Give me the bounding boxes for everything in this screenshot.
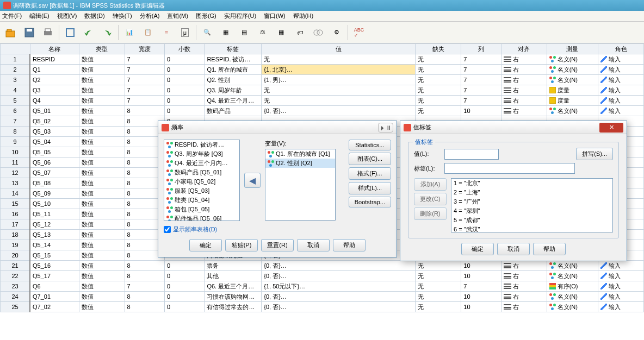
menu-item[interactable]: 分析(A) — [140, 12, 160, 20]
cell-align[interactable]: 右 — [501, 106, 547, 116]
menu-item[interactable]: 编辑(E) — [29, 12, 49, 20]
dialog-titlebar[interactable]: 频率 ⏵⏸ — [158, 121, 397, 134]
save-icon[interactable] — [22, 24, 37, 41]
row-number[interactable]: 1 — [1, 54, 30, 65]
menu-item[interactable]: 直销(M) — [167, 12, 188, 20]
cell-name[interactable]: Q5_12 — [30, 219, 79, 230]
cell-decimals[interactable]: 0 — [165, 281, 205, 292]
cell-values[interactable]: 无 — [262, 54, 416, 65]
cell-values[interactable]: {1, 男}… — [262, 75, 416, 85]
column-header[interactable]: 宽度 — [125, 44, 164, 54]
row-number[interactable]: 2 — [1, 65, 30, 75]
cell-label[interactable]: Q4. 最近三个月… — [205, 96, 262, 106]
cell-width[interactable]: 8 — [125, 271, 164, 281]
cell-width[interactable]: 7 — [125, 85, 164, 96]
side-button[interactable]: 样式(L)... — [349, 182, 391, 194]
cell-role[interactable]: 输入 — [598, 75, 644, 85]
list-item[interactable]: 配件饰品 [Q5_06] — [164, 214, 239, 221]
spelling-icon[interactable]: ABC✓ — [351, 24, 367, 41]
column-header[interactable]: 标签 — [205, 44, 262, 54]
cell-name[interactable]: Q1 — [30, 65, 79, 75]
cell-name[interactable]: Q5_07 — [30, 168, 79, 178]
cell-role[interactable]: 输入 — [598, 106, 644, 116]
cell-type[interactable]: 数值 — [79, 219, 125, 230]
cell-missing[interactable]: 无 — [416, 75, 461, 85]
find-icon[interactable]: 🔍 — [200, 24, 215, 41]
row-number[interactable]: 17 — [1, 219, 30, 230]
cell-width[interactable]: 8 — [125, 292, 164, 302]
cell-name[interactable]: Q5_01 — [30, 106, 79, 116]
cell-measure[interactable]: 名义(N) — [547, 75, 598, 85]
cell-type[interactable]: 数值 — [79, 292, 125, 302]
dialog-button[interactable]: 取消 — [297, 239, 330, 251]
cell-name[interactable]: Q5_09 — [30, 188, 79, 199]
list-item[interactable]: 小家电 [Q5_02] — [164, 177, 239, 186]
cell-values[interactable]: 无 — [262, 96, 416, 106]
cell-columns[interactable]: 10 — [461, 292, 501, 302]
cell-values[interactable]: {1, 50元以下}… — [262, 281, 416, 292]
cell-columns[interactable]: 10 — [461, 106, 501, 116]
cell-name[interactable]: Q2 — [30, 75, 79, 85]
column-header[interactable]: 类型 — [79, 44, 125, 54]
recall-icon[interactable] — [63, 24, 78, 41]
cell-role[interactable]: 输入 — [598, 65, 644, 75]
cell-type[interactable]: 数值 — [79, 178, 125, 188]
cell-decimals[interactable]: 0 — [165, 85, 205, 96]
cell-width[interactable]: 7 — [125, 96, 164, 106]
cell-type[interactable]: 数值 — [79, 147, 125, 158]
cell-role[interactable]: 输入 — [598, 96, 644, 106]
row-number[interactable]: 13 — [1, 178, 30, 188]
row-number[interactable]: 9 — [1, 137, 30, 147]
dialog-button[interactable]: 重置(R) — [261, 239, 294, 251]
cell-measure[interactable]: 名义(N) — [547, 65, 598, 75]
undo-icon[interactable] — [81, 24, 96, 41]
row-number[interactable]: 10 — [1, 147, 30, 158]
cell-type[interactable]: 数值 — [79, 261, 125, 271]
cell-name[interactable]: Q5_04 — [30, 137, 79, 147]
list-item[interactable]: 4 = "深圳" — [451, 206, 612, 216]
column-header[interactable]: 对齐 — [501, 44, 547, 54]
row-number[interactable]: 15 — [1, 199, 30, 209]
cell-label[interactable]: 数码产品 — [205, 106, 262, 116]
menu-item[interactable]: 帮助(H) — [293, 12, 313, 20]
cell-type[interactable]: 数值 — [79, 250, 125, 261]
cell-label[interactable]: 票务 — [205, 261, 262, 271]
row-number[interactable]: 12 — [1, 168, 30, 178]
cell-label[interactable]: 习惯在该购物网… — [205, 292, 262, 302]
row-number[interactable]: 16 — [1, 209, 30, 219]
cell-align[interactable]: 右 — [501, 54, 547, 65]
list-item[interactable]: 6 = "武汉" — [451, 225, 612, 232]
cell-type[interactable]: 数值 — [79, 65, 125, 75]
column-header[interactable]: 值 — [262, 44, 416, 54]
cell-name[interactable]: Q5_14 — [30, 240, 79, 250]
gotovar-icon[interactable]: 📋 — [140, 24, 156, 41]
cell-name[interactable]: Q6 — [30, 281, 79, 292]
row-number[interactable]: 24 — [1, 292, 30, 302]
checkbox-input[interactable] — [164, 226, 171, 233]
cell-role[interactable]: 输入 — [598, 271, 644, 281]
cell-width[interactable]: 8 — [125, 261, 164, 271]
cell-columns[interactable]: 7 — [461, 54, 501, 65]
cell-decimals[interactable]: 0 — [165, 65, 205, 75]
cell-name[interactable]: Q5_11 — [30, 209, 79, 219]
close-icon[interactable]: ✕ — [599, 123, 623, 133]
weight-icon[interactable]: ⚖ — [255, 24, 270, 41]
cell-type[interactable]: 数值 — [79, 209, 125, 219]
cell-decimals[interactable]: 0 — [165, 106, 205, 116]
cell-type[interactable]: 数值 — [79, 85, 125, 96]
row-number[interactable]: 18 — [1, 230, 30, 240]
cell-align[interactable]: 右 — [501, 261, 547, 271]
side-button[interactable]: 添加(A) — [414, 178, 447, 191]
cell-width[interactable]: 7 — [125, 281, 164, 292]
cell-type[interactable]: 数值 — [79, 188, 125, 199]
cell-role[interactable]: 输入 — [598, 281, 644, 292]
cell-align[interactable]: 右 — [501, 281, 547, 292]
column-header[interactable]: 列 — [461, 44, 501, 54]
row-number[interactable]: 5 — [1, 96, 30, 106]
move-arrow-button[interactable]: ◀ — [244, 173, 261, 188]
cell-columns[interactable]: 7 — [461, 65, 501, 75]
cell-type[interactable]: 数值 — [79, 106, 125, 116]
open-icon[interactable] — [3, 24, 18, 41]
cell-width[interactable]: 7 — [125, 65, 164, 75]
list-item[interactable]: 2 = "上海" — [451, 188, 612, 197]
